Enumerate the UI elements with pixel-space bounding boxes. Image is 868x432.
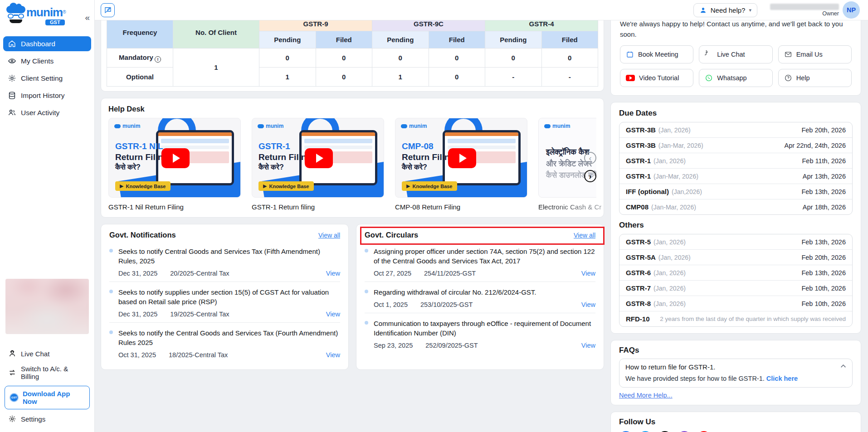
help-desk-card: Help Desk munim GSTR-1 NIL Return Filing… (101, 98, 604, 218)
circular-date: Oct 1, 2025 (374, 301, 408, 308)
notification-ref: 20/2025-Central Tax (170, 270, 229, 277)
video-card-gstr1-nil[interactable]: munim GSTR-1 NIL Return Filing कैसे करे?… (108, 118, 241, 198)
play-button-icon[interactable] (305, 148, 333, 168)
right-panel: We're always happy to help! Contact us a… (610, 20, 861, 432)
video-tutorial-button[interactable]: Video Tutorial (620, 69, 693, 87)
gear-icon (8, 74, 16, 83)
app-badge-icon: GST (10, 393, 19, 402)
info-icon[interactable]: ! (155, 56, 161, 63)
carousel-next-button[interactable]: › (584, 170, 596, 182)
cell-value: 0 (316, 49, 372, 68)
due-date: Feb 20th, 2026 (801, 254, 846, 261)
circular-title: Assigning proper officer under section 7… (374, 247, 595, 266)
knowledge-base-tag[interactable]: ▶Knowledge Base (258, 181, 314, 191)
sidebar-item-label: Dashboard (21, 40, 55, 48)
sidebar-live-chat[interactable]: Live Chat (5, 346, 90, 361)
help-desk-title: Help Desk (108, 105, 596, 113)
play-button-icon[interactable] (448, 148, 476, 168)
knowledge-base-tag[interactable]: ▶Knowledge Base (115, 181, 171, 191)
bullet-dot-icon (109, 330, 113, 334)
play-glyph: ▶ (263, 183, 267, 189)
cell-value: 0 (372, 49, 429, 68)
form-name: GSTR-6 (626, 269, 651, 277)
notification-view-link[interactable]: View (326, 270, 340, 277)
main-scroll-area[interactable]: Frequency No. Of Client GSTR-9 GSTR-9C G… (95, 20, 868, 432)
knowledge-base-tag[interactable]: ▶Knowledge Base (402, 181, 457, 191)
other-row: GSTR-6 (Jan, 2026) Feb 13th, 2026 (619, 265, 852, 280)
circular-ref: 254/11/2025-GST (424, 270, 476, 277)
need-more-help-link[interactable]: Need More Help... (619, 392, 673, 399)
circular-view-link[interactable]: View (581, 301, 595, 308)
faq-item[interactable]: How to return file for GSTR-1. We have p… (619, 359, 853, 388)
video-card-cmp08[interactable]: munim CMP-08 Return Filing कैसे करे? ▶Kn… (395, 118, 527, 198)
video-carousel: munim GSTR-1 NIL Return Filing कैसे करे?… (108, 118, 596, 198)
govt-notifications-title: Govt. Notifications (109, 231, 176, 239)
row-label-optional: Optional (107, 68, 173, 87)
column-header-clients: No. Of Client (173, 20, 259, 49)
question-circle-icon (784, 74, 792, 82)
sidebar-settings[interactable]: Settings (5, 411, 90, 427)
download-app-button[interactable]: GST Download App Now (5, 386, 90, 409)
due-date-row: GSTR-1 (Jan, 2026) Feb 11th, 2026 (619, 153, 852, 168)
cell-value: 0 (429, 49, 485, 68)
book-meeting-button[interactable]: Book Meeting (620, 45, 693, 63)
play-button-icon[interactable] (161, 148, 190, 168)
notifications-view-all-link[interactable]: View all (318, 232, 340, 239)
circular-item: Assigning proper officer under section 7… (365, 241, 595, 282)
help-button[interactable]: Help (778, 69, 852, 87)
sidebar-item-user-activity[interactable]: User Activity (3, 105, 91, 120)
live-chat-button[interactable]: Live Chat (699, 45, 772, 63)
sidebar-item-label: Client Setting (21, 74, 63, 83)
due-date: Feb 10th, 2026 (801, 285, 846, 292)
form-name: GSTR-7 (626, 284, 651, 292)
form-name: GSTR-1 (626, 157, 651, 165)
faq-click-here-link[interactable]: Click here (766, 375, 798, 382)
gst-badge: GST (45, 19, 65, 25)
sidebar-item-my-clients[interactable]: My Clients (3, 53, 91, 68)
due-date: Feb 13th, 2026 (801, 188, 846, 195)
carousel-prev-button[interactable]: ‹ (584, 152, 596, 164)
sidebar-switch-account[interactable]: Switch to A/c. & Billing (5, 361, 90, 384)
circular-view-link[interactable]: View (581, 342, 595, 349)
video-captions: GSTR-1 Nil Return Filing GSTR-1 Return f… (108, 203, 596, 211)
need-help-button[interactable]: Need help? ▾ (693, 3, 757, 17)
video-title-line2: Return Filing (258, 152, 312, 163)
envelope-icon (784, 50, 792, 58)
chevron-up-icon[interactable] (840, 363, 846, 371)
notification-date: Dec 31, 2025 (118, 311, 157, 318)
sidebar-item-import-history[interactable]: Import History (3, 88, 91, 103)
notification-title: Seeks to notify supplies under section 1… (118, 287, 340, 306)
sidebar-item-label: User Activity (21, 109, 59, 117)
circular-date: Oct 27, 2025 (374, 270, 411, 277)
email-us-button[interactable]: Email Us (778, 45, 852, 63)
due-date-row: IFF (optional) (Jan,2026) Feb 13th, 2026 (619, 184, 852, 199)
sidebar-collapse-icon[interactable]: « (85, 5, 90, 23)
whatsapp-icon (705, 74, 713, 82)
video-title-line3: कैसे करे? (115, 163, 168, 172)
feedback-compose-button[interactable] (101, 3, 115, 17)
cell-value: 1 (259, 68, 316, 87)
cell-value: - (485, 68, 542, 87)
due-date: Feb 20th, 2026 (801, 126, 846, 134)
video-caption: CMP-08 Return Filing (395, 203, 527, 211)
avatar[interactable]: NP (843, 1, 860, 19)
munim-mascot-icon (5, 5, 26, 24)
video-card-gstr1[interactable]: munim GSTR-1 Return Filing कैसे करे? ▶Kn… (252, 118, 384, 198)
notification-ref: 18/2025-Central Tax (169, 351, 228, 359)
circulars-view-all-link[interactable]: View all (574, 232, 595, 239)
headset-person-icon (8, 349, 16, 358)
due-dates-card: Due Dates GSTR-3B (Jan, 2026) Feb 20th, … (610, 102, 861, 334)
whatsapp-button[interactable]: Whatsapp (699, 69, 772, 87)
brand-name: munim (26, 5, 63, 19)
notification-title: Seeks to notify the Central Goods and Se… (118, 328, 340, 347)
user-role: Owner (822, 10, 839, 17)
notification-view-link[interactable]: View (326, 311, 340, 318)
brand-logo[interactable]: munim® GST « (0, 0, 94, 28)
sidebar-item-client-setting[interactable]: Client Setting (3, 71, 91, 86)
form-period: (Jan, 2026) (653, 269, 686, 277)
other-row: GSTR-7 (Jan, 2026) Feb 10th, 2026 (619, 280, 852, 296)
circular-view-link[interactable]: View (581, 270, 595, 277)
notification-view-link[interactable]: View (326, 351, 340, 359)
promo-banner-blurred[interactable] (5, 279, 89, 334)
sidebar-item-dashboard[interactable]: Dashboard (3, 36, 91, 51)
